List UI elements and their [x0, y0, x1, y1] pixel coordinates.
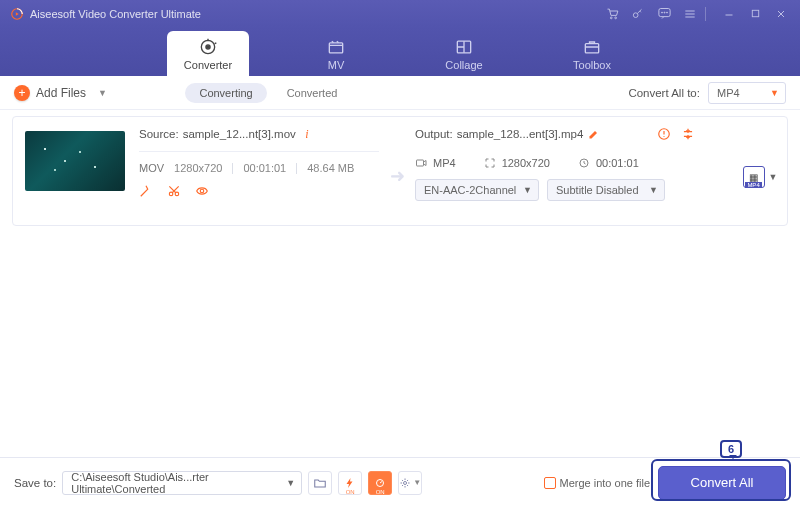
video-thumbnail[interactable] — [25, 131, 125, 191]
video-icon — [415, 157, 427, 169]
clock-icon — [578, 157, 590, 169]
merge-label: Merge into one file — [560, 477, 651, 489]
tab-converted[interactable]: Converted — [273, 83, 352, 103]
high-speed-button[interactable]: ON — [368, 471, 392, 495]
tab-converter[interactable]: Converter — [167, 31, 249, 76]
select-value: Subtitle Disabled — [556, 184, 639, 196]
cut-icon[interactable] — [167, 184, 181, 198]
open-folder-button[interactable] — [308, 471, 332, 495]
source-size: 48.64 MB — [307, 162, 354, 174]
svg-marker-1 — [16, 12, 19, 16]
chevron-down-icon: ▼ — [649, 185, 658, 195]
svg-point-17 — [200, 189, 204, 193]
warning-icon[interactable] — [657, 127, 671, 141]
sub-toolbar: + Add Files ▼ Converting Converted Conve… — [0, 76, 800, 110]
gpu-accel-button[interactable]: ON — [338, 471, 362, 495]
svg-point-22 — [404, 481, 407, 484]
svg-point-3 — [614, 17, 616, 19]
svg-rect-9 — [752, 10, 758, 16]
merge-checkbox[interactable]: Merge into one file — [544, 477, 651, 489]
chevron-down-icon: ▼ — [98, 88, 107, 98]
subtitle-select[interactable]: Subtitle Disabled▼ — [547, 179, 665, 201]
close-button[interactable] — [772, 5, 790, 23]
add-files-button[interactable]: + Add Files ▼ — [14, 85, 107, 101]
output-profile-button[interactable]: ▦ MP4 — [743, 166, 765, 188]
svg-point-4 — [633, 12, 638, 17]
tab-mv[interactable]: MV — [295, 31, 377, 76]
save-path-select[interactable]: C:\Aiseesoft Studio\Ais...rter Ultimate\… — [62, 471, 302, 495]
plus-icon: + — [14, 85, 30, 101]
app-logo-icon — [10, 7, 24, 21]
svg-point-6 — [661, 12, 662, 13]
svg-rect-19 — [417, 160, 424, 166]
tab-toolbox[interactable]: Toolbox — [551, 31, 633, 76]
source-resolution: 1280x720 — [174, 162, 222, 174]
svg-point-2 — [610, 17, 612, 19]
chevron-down-icon: ▼ — [413, 478, 421, 487]
minimize-button[interactable] — [720, 5, 738, 23]
chevron-down-icon: ▼ — [770, 88, 779, 98]
output-filename: sample_128...ent[3].mp4 — [457, 128, 584, 140]
source-format: MOV — [139, 162, 164, 174]
source-filename: sample_12...nt[3].mov — [183, 128, 296, 140]
convert-all-to-label: Convert All to: — [628, 87, 700, 99]
step-callout: 6 — [720, 440, 742, 458]
app-title: Aiseesoft Video Converter Ultimate — [30, 8, 201, 20]
tab-label: Converter — [184, 59, 232, 71]
settings-button[interactable]: ▼ — [398, 471, 422, 495]
tab-label: MV — [328, 59, 345, 71]
tab-label: Collage — [445, 59, 482, 71]
svg-point-11 — [206, 44, 210, 48]
svg-rect-12 — [329, 42, 342, 52]
cart-icon[interactable] — [603, 5, 621, 23]
tab-collage[interactable]: Collage — [423, 31, 505, 76]
rename-icon[interactable] — [587, 127, 601, 141]
enhance-icon[interactable] — [195, 184, 209, 198]
tab-converting[interactable]: Converting — [185, 83, 266, 103]
chevron-down-icon: ▼ — [286, 478, 295, 488]
button-label: Convert All — [691, 475, 754, 490]
key-icon[interactable] — [629, 5, 647, 23]
converter-icon — [198, 37, 218, 57]
main-tabs: Converter MV Collage Toolbox — [0, 27, 800, 76]
svg-point-8 — [666, 12, 667, 13]
collage-icon — [454, 37, 474, 57]
file-row: Source: sample_12...nt[3].mov i MOV 1280… — [12, 116, 788, 226]
maximize-button[interactable] — [746, 5, 764, 23]
titlebar: Aiseesoft Video Converter Ultimate — [0, 0, 800, 27]
mv-icon — [326, 37, 346, 57]
chevron-down-icon[interactable]: ▼ — [769, 172, 778, 182]
svg-rect-14 — [585, 43, 598, 52]
profile-format-tag: MP4 — [745, 182, 761, 188]
source-duration: 00:01:01 — [243, 162, 286, 174]
edit-icon[interactable] — [139, 184, 153, 198]
info-icon[interactable]: i — [300, 127, 314, 141]
select-value: EN-AAC-2Channel — [424, 184, 516, 196]
select-value: MP4 — [717, 87, 740, 99]
output-resolution: 1280x720 — [502, 157, 550, 169]
feedback-icon[interactable] — [655, 5, 673, 23]
chevron-down-icon: ▼ — [523, 185, 532, 195]
output-label: Output: — [415, 128, 453, 140]
svg-point-7 — [664, 12, 665, 13]
add-files-label: Add Files — [36, 86, 86, 100]
status-tabs: Converting Converted — [185, 83, 351, 103]
save-path-value: C:\Aiseesoft Studio\Ais...rter Ultimate\… — [71, 471, 293, 495]
compress-icon[interactable] — [681, 127, 695, 141]
footer-bar: Save to: C:\Aiseesoft Studio\Ais...rter … — [0, 457, 800, 507]
resolution-icon — [484, 157, 496, 169]
output-format: MP4 — [433, 157, 456, 169]
toolbox-icon — [582, 37, 602, 57]
source-label: Source: — [139, 128, 179, 140]
convert-all-format-select[interactable]: MP4 ▼ — [708, 82, 786, 104]
audio-track-select[interactable]: EN-AAC-2Channel▼ — [415, 179, 539, 201]
arrow-right-icon: ➜ — [379, 165, 415, 187]
output-duration: 00:01:01 — [596, 157, 639, 169]
tab-label: Toolbox — [573, 59, 611, 71]
menu-icon[interactable] — [681, 5, 699, 23]
film-icon: ▦ — [749, 172, 758, 183]
save-to-label: Save to: — [14, 477, 56, 489]
convert-all-button[interactable]: Convert All — [658, 466, 786, 500]
checkbox-icon — [544, 477, 556, 489]
